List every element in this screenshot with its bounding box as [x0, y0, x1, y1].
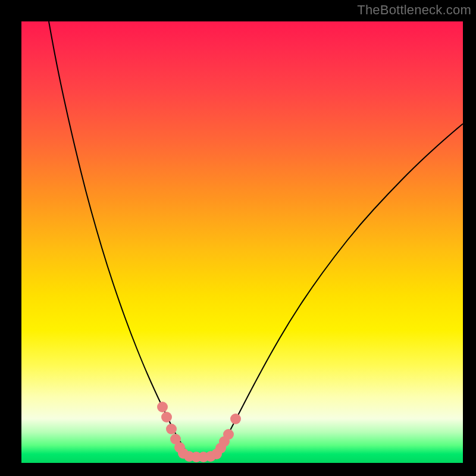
plot-area [21, 21, 463, 463]
marker-dots [157, 402, 241, 462]
marker-dot [161, 412, 172, 422]
marker-dot [157, 402, 168, 412]
chart-svg [21, 21, 463, 463]
curve-right [218, 124, 463, 453]
chart-frame: TheBottleneck.com [0, 0, 476, 476]
curve-left [49, 21, 188, 453]
watermark-text: TheBottleneck.com [357, 2, 471, 18]
marker-dot [223, 429, 234, 440]
marker-dot [166, 424, 177, 434]
marker-dot [230, 414, 241, 424]
